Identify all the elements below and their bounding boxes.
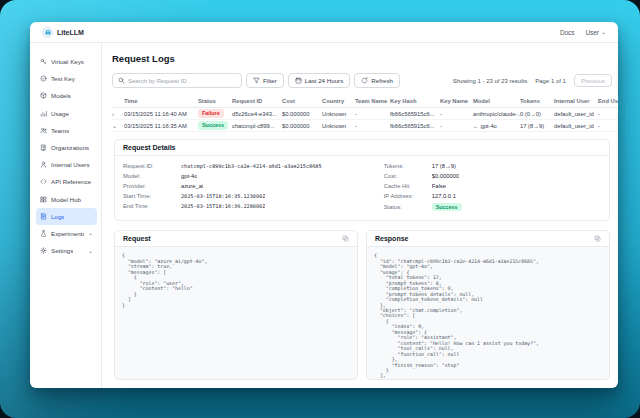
sidebar-item-test-key[interactable]: Test Key [36, 70, 97, 87]
cell-model: anthropic/claude-... [473, 111, 520, 117]
previous-page-button[interactable]: Previous [574, 74, 612, 87]
sidebar-item-model-hub[interactable]: Model Hub [36, 191, 97, 208]
status-badge: Success [432, 203, 462, 211]
start-time-label: Start Time: [123, 193, 181, 199]
table-row-expanded[interactable]: ⌄ 03/15/2025 11:16:35 AM Success chatcmp… [112, 120, 618, 132]
cell-key-hash: fb66c565915c6... [390, 123, 440, 129]
sidebar-item-experimental[interactable]: Experimental ⌄ [36, 225, 97, 242]
cell-tokens: 0 (0→0) [520, 111, 554, 117]
search-input[interactable] [128, 78, 236, 84]
results-count: Showing 1 - 23 of 23 results [453, 78, 527, 84]
tokens-label: Tokens: [384, 163, 432, 169]
sidebar-item-label: Organizations [51, 144, 89, 151]
sidebar-item-models[interactable]: Models [36, 87, 97, 104]
sidebar-item-internal-users[interactable]: Internal Users [36, 156, 97, 173]
sidebar-item-label: Logs [51, 213, 64, 220]
col-status: Status [198, 98, 232, 104]
filter-icon [253, 77, 260, 84]
sidebar-item-label: Teams [51, 127, 69, 134]
time-range-button[interactable]: Last 24 Hours [288, 73, 351, 88]
litellm-app-window: LiteLLM Docs User ⌄ Virtual Keys Test [30, 22, 618, 388]
response-panel-title: Response [375, 235, 408, 242]
litellm-logo-icon [42, 27, 53, 38]
sidebar-item-label: Experimental [51, 230, 84, 237]
cell-internal-user: default_user_id [554, 123, 598, 129]
table-row[interactable]: › 03/15/2025 11:16:40 AM Failure d5c26ce… [112, 108, 618, 120]
request-panel-title: Request [123, 235, 151, 242]
request-panel-body: { "model": "azure_ai/gpt-4o", "stream": … [115, 247, 357, 379]
cell-end-user: - [598, 123, 618, 129]
cell-cost: $0.000000 [282, 123, 322, 129]
sidebar-item-label: Models [51, 92, 71, 99]
cost-value: $0.000000 [432, 173, 459, 179]
sidebar-item-teams[interactable]: Teams [36, 122, 97, 139]
experimental-icon [40, 230, 47, 237]
request-details-header: Request Details [115, 140, 609, 156]
sidebar-item-label: Model Hub [51, 196, 81, 203]
sidebar-item-usage[interactable]: Usage [36, 105, 97, 122]
sidebar-item-label: Virtual Keys [51, 58, 84, 65]
calendar-icon [295, 77, 302, 84]
request-response-panels: Request { "model": "azure_ai/gpt-4o", "s… [114, 230, 610, 380]
litellm-brand[interactable]: LiteLLM [42, 27, 84, 38]
cell-team-name: - [355, 111, 390, 117]
copy-icon[interactable] [342, 235, 349, 242]
refresh-button-label: Refresh [371, 77, 393, 84]
cell-key-hash: fb66c565915c6... [390, 111, 440, 117]
user-menu[interactable]: User ⌄ [585, 29, 606, 36]
sidebar-item-label: API Reference [51, 178, 91, 185]
col-end-user: End User [598, 98, 618, 104]
model-label: Model: [123, 173, 181, 179]
copy-icon[interactable] [594, 235, 601, 242]
model-value: gpt-4o [181, 173, 197, 179]
response-panel-body: { "id": "chatcmpl-c899c1b3-ca2e-4214-a6d… [367, 247, 609, 379]
brand-label: LiteLLM [57, 29, 84, 36]
sidebar-item-api-reference[interactable]: API Reference [36, 173, 97, 190]
cell-time: 03/15/2025 11:16:35 AM [124, 123, 198, 129]
end-time-label: End Time: [123, 203, 181, 209]
search-box[interactable] [112, 73, 242, 88]
refresh-button[interactable]: Refresh [354, 73, 400, 88]
cell-key-name: - [440, 111, 473, 117]
request-id-label: Request ID: [123, 163, 181, 169]
cell-team-name: - [355, 123, 390, 129]
sidebar-item-organizations[interactable]: Organizations [36, 139, 97, 156]
start-time-value: 2025-03-15T18:16:35.123000Z [181, 193, 265, 199]
ip-address-label: IP Address: [384, 193, 432, 199]
cell-key-name: - [440, 123, 473, 129]
col-tokens: Tokens [520, 98, 554, 104]
col-time: Time [124, 98, 198, 104]
col-internal-user: Internal User [554, 98, 598, 104]
docs-link[interactable]: Docs [560, 29, 575, 36]
chevron-down-icon: ⌄ [601, 29, 606, 35]
user-menu-label: User [585, 29, 599, 36]
organizations-icon [40, 144, 47, 151]
chevron-right-icon[interactable]: › [112, 111, 124, 117]
end-time-value: 2025-03-15T18:16:36.228000Z [181, 203, 265, 209]
ip-address-value: 127.0.0.1 [432, 193, 456, 199]
screenshot-stage: LiteLLM Docs User ⌄ Virtual Keys Test [0, 0, 640, 418]
sidebar-item-virtual-keys[interactable]: Virtual Keys [36, 53, 97, 70]
cell-request-id: chatcmpl-c899... [232, 123, 282, 129]
sidebar-item-settings[interactable]: Settings ⌄ [36, 242, 97, 259]
col-key-hash: Key Hash [390, 98, 440, 104]
sidebar-item-logs[interactable]: Logs [36, 208, 97, 225]
col-cost: Cost [282, 98, 322, 104]
test-key-icon [40, 75, 47, 82]
search-icon [118, 77, 125, 84]
sidebar-nav: Virtual Keys Test Key Models Usage Teams [30, 43, 102, 388]
cell-time: 03/15/2025 11:16:40 AM [124, 111, 198, 117]
sidebar-item-label: Internal Users [51, 161, 90, 168]
cell-end-user: - [598, 111, 618, 117]
chevron-down-icon[interactable]: ⌄ [112, 122, 124, 129]
request-details-card: Request Details Request ID:chatcmpl-c899… [114, 139, 610, 221]
models-icon [40, 92, 47, 99]
top-navbar: LiteLLM Docs User ⌄ [30, 22, 618, 43]
filter-button-label: Filter [263, 77, 277, 84]
cell-cost: $0.000000 [282, 111, 322, 117]
provider-value: azure_ai [181, 183, 203, 189]
teams-icon [40, 127, 47, 134]
cell-status: Success [198, 121, 232, 129]
request-panel: Request { "model": "azure_ai/gpt-4o", "s… [114, 230, 358, 380]
filter-button[interactable]: Filter [246, 73, 284, 88]
